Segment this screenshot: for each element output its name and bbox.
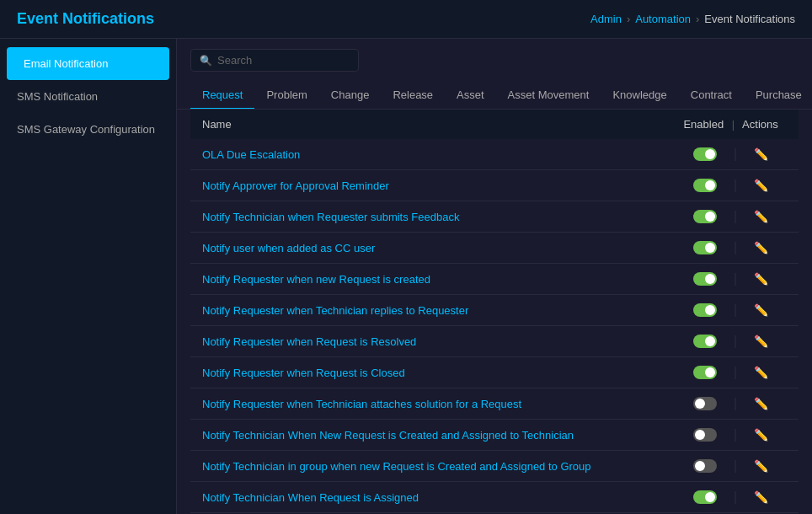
notification-name-link[interactable]: Notify Requester when Request is Resolve… [202,335,416,348]
tabs-bar: Request Problem Change Release Asset Ass… [177,82,812,110]
toggle-switch[interactable] [693,366,717,379]
content-area: 🔍 Request Problem Change Release Asset A… [177,39,812,514]
cell-enabled: |✏️ [663,139,799,169]
edit-icon[interactable]: ✏️ [754,459,768,473]
cell-name: Notify Requester when Request is Resolve… [190,326,663,357]
sidebar-item-sms-gateway[interactable]: SMS Gateway Configuration [0,113,176,146]
edit-icon[interactable]: ✏️ [754,335,768,348]
cell-name: Notify Requester when Technician replies… [190,295,663,326]
cell-name: Notify user when added as CC user [190,233,663,264]
tab-knowledge[interactable]: Knowledge [601,82,678,110]
cell-name: OLA Due Escalation [190,139,663,170]
tab-asset-movement[interactable]: Asset Movement [496,82,601,110]
table-row: Notify Requester when Request is Resolve… [190,326,799,357]
tab-release[interactable]: Release [381,82,445,110]
sidebar-item-email[interactable]: Email Notification [7,47,169,80]
cell-enabled: |✏️ [663,388,799,419]
cell-enabled: |✏️ [663,170,799,201]
cell-name: Notify Technician when Requester submits… [190,201,663,233]
page-title: Event Notifications [17,10,154,28]
edit-icon[interactable]: ✏️ [754,210,768,223]
tab-problem[interactable]: Problem [254,82,318,110]
toggle-switch[interactable] [693,303,717,317]
table-row: Notify Requester when Technician attache… [190,388,799,420]
cell-enabled: |✏️ [663,420,799,450]
notification-name-link[interactable]: Notify Technician in group when new Requ… [202,460,591,473]
header: Event Notifications Admin › Automation ›… [0,0,812,39]
table-header-row: Name Enabled | Actions [190,110,799,139]
table-row: Notify Technician When New Request is Cr… [190,420,799,451]
search-icon: 🔍 [200,55,212,67]
cell-name: Notify Technician When New Request is Cr… [190,420,663,451]
cell-name: Notify Technician When Request is Assign… [190,482,663,513]
table-row: Notify Technician when Requester submits… [190,201,799,233]
cell-name: Notify Requester when Technician attache… [190,388,663,420]
sidebar: Email Notification SMS Notification SMS … [0,39,177,514]
tab-asset[interactable]: Asset [445,82,496,110]
toggle-switch[interactable] [693,241,717,254]
table-row: Notify Technician When Request is Assign… [190,482,799,513]
notification-name-link[interactable]: Notify Requester when Technician attache… [202,398,521,410]
notification-name-link[interactable]: Notify Technician When New Request is Cr… [202,429,574,442]
cell-enabled: |✏️ [663,264,799,294]
sidebar-item-sms[interactable]: SMS Notification [0,80,176,113]
cell-name: Notify Requester when new Request is cre… [190,264,663,295]
notification-name-link[interactable]: OLA Due Escalation [202,148,300,161]
col-header-enabled: Enabled | Actions [663,110,799,139]
table-row: Notify Requester when new Request is cre… [190,264,799,295]
toggle-switch[interactable] [693,335,717,348]
edit-icon[interactable]: ✏️ [754,428,768,442]
notification-name-link[interactable]: Notify Technician When Request is Assign… [202,491,419,504]
notification-name-link[interactable]: Notify Requester when new Request is cre… [202,273,430,286]
breadcrumb-automation[interactable]: Automation [635,13,691,25]
edit-icon[interactable]: ✏️ [754,366,768,379]
tab-change[interactable]: Change [319,82,382,110]
edit-icon[interactable]: ✏️ [754,397,768,410]
table-container: Name Enabled | Actions OLA Due Escalatio… [177,110,812,514]
tab-contract[interactable]: Contract [679,82,744,110]
toggle-switch[interactable] [693,459,717,473]
notification-name-link[interactable]: Notify Approver for Approval Reminder [202,179,389,192]
edit-icon[interactable]: ✏️ [754,272,768,286]
toggle-switch[interactable] [693,428,717,442]
toggle-switch[interactable] [693,147,717,161]
table-row: Notify Requester when Request is Closed|… [190,357,799,388]
breadcrumb-admin[interactable]: Admin [590,13,622,25]
cell-name: Notify Technician in group when new Requ… [190,451,663,482]
cell-enabled: |✏️ [663,326,799,356]
search-input[interactable] [217,54,350,67]
cell-name: Notify Requester when Request is Closed [190,357,663,388]
col-header-name: Name [190,110,663,139]
breadcrumb: Admin › Automation › Event Notifications [590,13,795,25]
tab-request[interactable]: Request [190,82,254,110]
tab-purchase[interactable]: Purchase [744,82,812,110]
search-box[interactable]: 🔍 [190,49,359,72]
edit-icon[interactable]: ✏️ [754,490,768,504]
table-row: Notify Technician in group when new Requ… [190,451,799,482]
toggle-switch[interactable] [693,397,717,410]
notification-name-link[interactable]: Notify user when added as CC user [202,242,375,254]
notification-name-link[interactable]: Notify Requester when Technician replies… [202,304,468,317]
toggle-switch[interactable] [693,179,717,192]
cell-enabled: |✏️ [663,357,799,388]
cell-name: Notify Approver for Approval Reminder [190,170,663,201]
cell-enabled: |✏️ [663,451,799,481]
content-header: 🔍 [177,39,812,82]
notification-name-link[interactable]: Notify Requester when Request is Closed [202,367,405,379]
edit-icon[interactable]: ✏️ [754,303,768,317]
cell-enabled: |✏️ [663,233,799,263]
toggle-switch[interactable] [693,272,717,286]
cell-enabled: |✏️ [663,201,799,232]
edit-icon[interactable]: ✏️ [754,147,768,161]
notifications-table: Name Enabled | Actions OLA Due Escalatio… [190,110,799,514]
edit-icon[interactable]: ✏️ [754,241,768,254]
edit-icon[interactable]: ✏️ [754,179,768,192]
toggle-switch[interactable] [693,210,717,223]
table-row: Notify Requester when Technician replies… [190,295,799,326]
toggle-switch[interactable] [693,490,717,504]
table-row: Notify Approver for Approval Reminder|✏️ [190,170,799,201]
notification-name-link[interactable]: Notify Technician when Requester submits… [202,211,459,223]
breadcrumb-current: Event Notifications [704,13,795,25]
cell-enabled: |✏️ [663,295,799,325]
table-row: OLA Due Escalation|✏️ [190,139,799,170]
